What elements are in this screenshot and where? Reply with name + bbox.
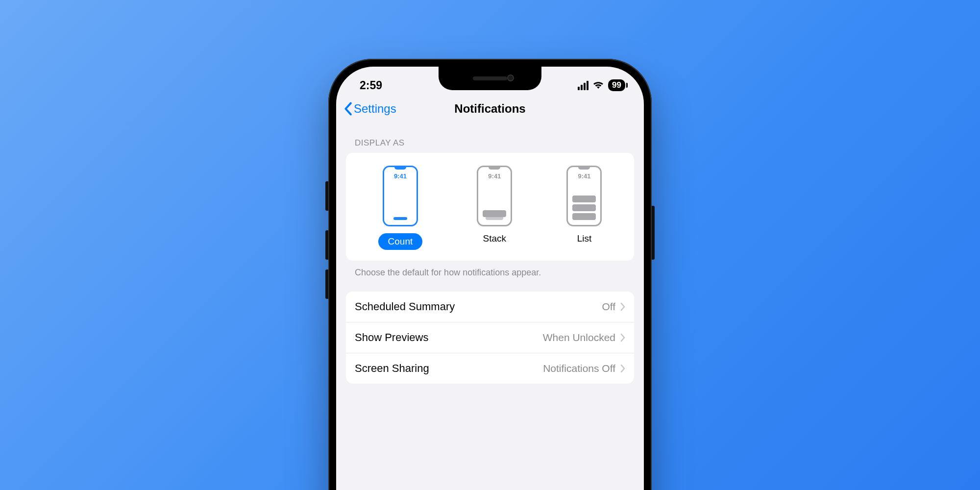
notch — [439, 67, 541, 90]
row-label: Show Previews — [355, 331, 428, 344]
battery-indicator: 99 — [608, 79, 625, 91]
mini-phone-list-icon: 9:41 — [566, 166, 602, 226]
row-value: When Unlocked — [543, 332, 615, 343]
row-value: Notifications Off — [543, 363, 615, 374]
settings-list: Scheduled Summary Off Show Previews When… — [346, 292, 634, 384]
chevron-right-icon — [620, 364, 625, 373]
chevron-left-icon — [344, 102, 352, 116]
display-option-count[interactable]: 9:41 Count — [378, 166, 423, 250]
mini-phone-count-icon: 9:41 — [383, 166, 418, 226]
display-option-label: Stack — [483, 233, 507, 244]
display-option-label: List — [577, 233, 592, 244]
row-screen-sharing[interactable]: Screen Sharing Notifications Off — [346, 353, 634, 384]
display-as-header: DISPLAY AS — [355, 138, 634, 148]
row-label: Screen Sharing — [355, 362, 429, 375]
chevron-right-icon — [620, 302, 625, 311]
display-option-label: Count — [378, 233, 423, 250]
status-time: 2:59 — [360, 79, 382, 92]
display-as-footer: Choose the default for how notifications… — [355, 268, 634, 278]
phone-frame: 2:59 99 — [328, 59, 652, 490]
page-title: Notifications — [454, 102, 525, 116]
display-option-list[interactable]: 9:41 List — [566, 166, 602, 250]
chevron-right-icon — [620, 333, 625, 342]
wifi-icon — [592, 79, 604, 92]
cellular-signal-icon — [577, 81, 588, 90]
mini-phone-stack-icon: 9:41 — [477, 166, 512, 226]
back-label: Settings — [354, 102, 396, 116]
speaker-grill — [473, 76, 507, 80]
mini-time: 9:41 — [578, 172, 590, 180]
mini-time: 9:41 — [488, 172, 501, 180]
mini-time: 9:41 — [394, 172, 407, 180]
back-button[interactable]: Settings — [344, 102, 396, 116]
display-option-stack[interactable]: 9:41 Stack — [477, 166, 512, 250]
display-as-card: 9:41 Count 9:41 — [346, 153, 634, 261]
row-value: Off — [602, 301, 615, 313]
front-camera — [507, 74, 514, 81]
row-scheduled-summary[interactable]: Scheduled Summary Off — [346, 292, 634, 322]
row-label: Scheduled Summary — [355, 300, 455, 313]
phone-screen: 2:59 99 — [336, 67, 644, 490]
nav-bar: Settings Notifications — [336, 96, 644, 123]
row-show-previews[interactable]: Show Previews When Unlocked — [346, 322, 634, 353]
